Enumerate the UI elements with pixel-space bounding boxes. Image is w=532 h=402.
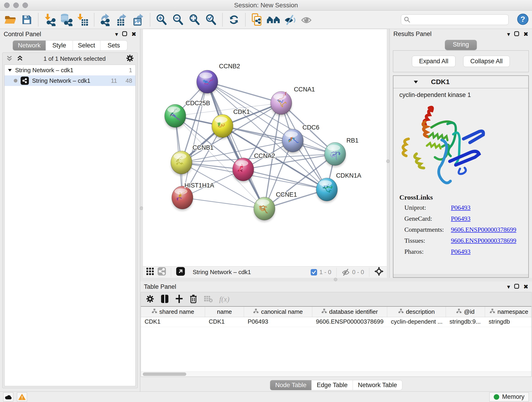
import-network-from-file-icon[interactable] (43, 13, 57, 27)
delete-column-trash-icon[interactable] (190, 294, 197, 305)
results-scrollbar-track[interactable] (393, 274, 528, 277)
collapse-all-button[interactable]: Collapse All (463, 56, 510, 67)
horizontal-splitter[interactable] (140, 278, 532, 281)
table-cell[interactable]: CDK1 (141, 317, 205, 327)
table-panel-maximize-icon[interactable] (514, 284, 519, 290)
column-header-database-identifier[interactable]: database identifier (312, 307, 387, 317)
node-details-header[interactable]: CDK1 (393, 76, 528, 88)
open-in-window-icon[interactable] (176, 267, 185, 277)
crosslink-link[interactable]: P06493 (451, 204, 471, 211)
column-header-description[interactable]: description (387, 307, 446, 317)
network-node-CDC6[interactable]: CDC6 (282, 124, 319, 154)
table-cell[interactable]: 9606.ENSP00000378699 (312, 317, 387, 327)
table-hscrollbar-thumb[interactable] (143, 372, 186, 376)
tab-network[interactable]: Network (13, 40, 46, 51)
control-panel-float-icon[interactable]: ▾ (115, 31, 118, 37)
search-input[interactable] (413, 16, 506, 23)
expand-all-button[interactable]: Expand All (412, 56, 456, 67)
network-edge-CCNB2-HIST1H1A[interactable] (182, 82, 207, 198)
warning-button[interactable] (17, 392, 27, 402)
network-edge-CCNB2-CCNE1[interactable] (207, 82, 264, 209)
collapse-all-networks-icon[interactable] (6, 55, 13, 63)
selected-counts-badge[interactable]: 1 - 0 (311, 269, 331, 276)
table-options-gear-icon[interactable] (146, 295, 154, 304)
left-vertical-splitter[interactable] (140, 29, 143, 278)
expand-all-networks-icon[interactable] (17, 55, 23, 63)
tab-node-table[interactable]: Node Table (270, 380, 312, 390)
import-network-from-database-icon[interactable] (59, 13, 73, 27)
network-node-CCNE1[interactable]: CCNE1 (254, 191, 297, 222)
birdseye-grid-icon[interactable] (146, 268, 154, 277)
help-button[interactable]: ? (517, 13, 529, 26)
column-header-@id[interactable]: @id (446, 307, 485, 317)
tab-select[interactable]: Select (73, 40, 100, 51)
save-session-icon[interactable] (20, 13, 34, 27)
export-network-icon[interactable] (99, 13, 113, 27)
network-node-CCNB2[interactable]: CCNB2 (196, 63, 240, 95)
right-vertical-splitter[interactable] (387, 29, 389, 278)
tab-style[interactable]: Style (46, 40, 73, 51)
network-edge-CCNA2-CDKN1A[interactable] (243, 169, 327, 190)
zoom-fit-content-icon[interactable] (187, 13, 202, 27)
open-session-icon[interactable] (3, 13, 17, 27)
memory-button[interactable]: Memory (489, 392, 529, 402)
column-header-shared-name[interactable]: shared name (141, 307, 205, 317)
create-column-plus-icon[interactable] (175, 294, 183, 304)
table-row[interactable]: CDK1CDK1P064939606.ENSP00000378699cyclin… (141, 317, 531, 327)
control-panel-maximize-icon[interactable] (122, 31, 127, 37)
selected-checkbox-icon[interactable] (311, 269, 317, 275)
zoom-out-icon[interactable] (171, 13, 185, 27)
tab-edge-table[interactable]: Edge Table (312, 380, 353, 390)
network-share-icon[interactable] (158, 267, 166, 277)
copy-style-icon[interactable] (250, 13, 264, 27)
show-all-eye-icon[interactable] (299, 13, 313, 27)
results-panel-float-icon[interactable]: ▾ (507, 31, 510, 37)
network-edge-HIST1H1A-CCNE1[interactable] (182, 198, 264, 209)
first-neighbors-icon[interactable] (266, 13, 280, 27)
section-collapse-triangle-icon[interactable] (413, 80, 418, 84)
import-table-from-file-icon[interactable] (76, 13, 90, 27)
export-table-icon[interactable] (115, 13, 129, 27)
refresh-view-icon[interactable] (227, 13, 241, 27)
column-header-name[interactable]: name (205, 307, 244, 317)
fit-selected-crosshair-icon[interactable] (374, 267, 384, 278)
table-cell[interactable]: stringdb:9... (446, 317, 485, 327)
cloud-status-button[interactable] (3, 392, 13, 402)
show-columns-icon[interactable] (161, 294, 169, 304)
crosslink-link[interactable]: P06493 (451, 215, 471, 222)
results-panel-close-icon[interactable]: ✖ (523, 31, 528, 37)
table-cell[interactable]: P06493 (244, 317, 312, 327)
crosslink-link[interactable]: P06493 (451, 248, 471, 255)
network-edge-CCNB2-CCNA1[interactable] (207, 82, 281, 103)
control-panel-close-icon[interactable]: ✖ (131, 31, 136, 37)
network-row[interactable]: String Network – cdk1 11 48 (5, 75, 135, 86)
crosslink-link[interactable]: 9606.ENSP00000378699 (451, 237, 516, 244)
table-cell[interactable]: cyclin-dependent ... (387, 317, 446, 327)
tab-sets[interactable]: Sets (100, 40, 127, 51)
zoom-in-icon[interactable] (154, 13, 169, 27)
network-node-RB1[interactable]: RB1 (324, 137, 358, 167)
zoom-selected-icon[interactable] (204, 13, 218, 27)
network-node-CCNA1[interactable]: CCNA1 (271, 86, 315, 116)
results-panel-maximize-icon[interactable] (514, 31, 519, 37)
network-collection-row[interactable]: String Network – cdk1 1 (5, 65, 135, 75)
global-search-box[interactable] (401, 14, 509, 25)
network-node-HIST1H1A[interactable]: HIST1H1A (172, 182, 215, 211)
network-node-CDKN1A[interactable]: CDKN1A (316, 172, 361, 203)
network-node-CCNB1[interactable]: CCNB1 (171, 144, 214, 176)
tab-network-table[interactable]: Network Table (353, 380, 402, 390)
network-options-gear-icon[interactable] (126, 54, 134, 63)
export-image-icon[interactable] (132, 13, 146, 27)
table-cell[interactable]: CDK1 (205, 317, 244, 327)
column-header-namespace[interactable]: namespace (485, 307, 532, 317)
column-header-canonical-name[interactable]: canonical name (244, 307, 312, 317)
collapse-triangle-icon[interactable] (8, 69, 12, 72)
table-panel-close-icon[interactable]: ✖ (523, 284, 528, 290)
hidden-counts-badge[interactable]: 0 - 0 (342, 269, 364, 276)
tab-string[interactable]: String (445, 40, 477, 50)
network-canvas[interactable]: CCNB2CCNA1CDC25BCDK1CDC6RB1CCNB1CCNA2CDK… (143, 29, 387, 266)
table-cell[interactable]: stringdb (485, 317, 532, 327)
table-hscrollbar[interactable] (141, 371, 531, 376)
table-panel-float-icon[interactable]: ▾ (507, 284, 510, 290)
hide-selected-eye-slash-icon[interactable] (283, 13, 297, 27)
